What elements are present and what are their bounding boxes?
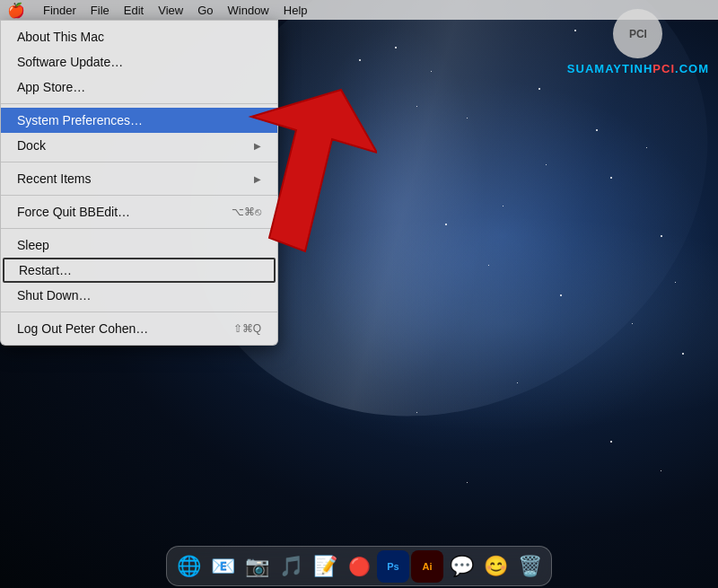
- menubar-file[interactable]: File: [83, 4, 117, 17]
- menu-item-dock[interactable]: Dock ▶: [1, 133, 277, 158]
- submenu-arrow-dock: ▶: [254, 141, 261, 151]
- dock-item-photos[interactable]: 📷: [241, 550, 273, 583]
- separator-2: [1, 162, 277, 162]
- separator-4: [1, 228, 277, 229]
- dock-item-chrome[interactable]: 🔴: [343, 550, 375, 583]
- force-quit-shortcut: ⌥⌘⎋: [232, 206, 261, 218]
- menubar-finder[interactable]: Finder: [36, 4, 83, 17]
- menu-item-sleep[interactable]: Sleep: [1, 233, 277, 258]
- menubar: 🍎 Finder File Edit View Go Window Help: [0, 0, 718, 20]
- dock-item-smiley[interactable]: 😊: [479, 550, 512, 583]
- logout-shortcut: ⇧⌘Q: [233, 322, 261, 335]
- menu-item-system-prefs[interactable]: System Preferences…: [1, 108, 277, 133]
- menubar-window[interactable]: Window: [221, 4, 276, 17]
- menubar-help[interactable]: Help: [276, 4, 315, 17]
- menu-item-about[interactable]: About This Mac: [1, 24, 277, 49]
- apple-dropdown-menu: About This Mac Software Update… App Stor…: [0, 20, 278, 346]
- watermark-text: SUAMAYTINHPCI.COM: [567, 62, 709, 75]
- menu-item-app-store[interactable]: App Store…: [1, 75, 277, 100]
- separator-1: [1, 103, 277, 104]
- dock-item-skype[interactable]: 💬: [445, 550, 477, 583]
- dock-item-browser[interactable]: 🌐: [172, 550, 205, 583]
- menu-item-software-update[interactable]: Software Update…: [1, 49, 277, 75]
- menu-item-shutdown[interactable]: Shut Down…: [1, 283, 277, 308]
- menu-item-restart[interactable]: Restart…: [3, 258, 276, 283]
- dock: 🌐 📧 📷 🎵 📝 🔴 Ps Ai 💬 😊 🗑️: [166, 546, 552, 586]
- menubar-go[interactable]: Go: [190, 4, 220, 17]
- submenu-arrow-recent: ▶: [254, 174, 261, 184]
- menu-item-force-quit[interactable]: Force Quit BBEdit… ⌥⌘⎋: [1, 199, 277, 224]
- menu-item-logout[interactable]: Log Out Peter Cohen… ⇧⌘Q: [1, 316, 277, 341]
- separator-3: [1, 195, 277, 196]
- menubar-edit[interactable]: Edit: [117, 4, 151, 17]
- dock-item-music[interactable]: 🎵: [275, 550, 307, 583]
- desktop: SUAMAYTINHPCI.COM 🍎 Finder File Edit Vie…: [0, 0, 718, 588]
- dock-item-mail[interactable]: 📧: [206, 550, 239, 583]
- dock-item-notes[interactable]: 📝: [309, 550, 341, 583]
- dock-item-illustrator[interactable]: Ai: [411, 550, 443, 583]
- apple-menu-button[interactable]: 🍎: [7, 2, 25, 19]
- menu-item-recent-items[interactable]: Recent Items ▶: [1, 166, 277, 191]
- separator-5: [1, 312, 277, 312]
- dock-item-photoshop[interactable]: Ps: [377, 550, 409, 583]
- menubar-view[interactable]: View: [151, 4, 190, 17]
- dock-item-trash[interactable]: 🗑️: [513, 550, 546, 583]
